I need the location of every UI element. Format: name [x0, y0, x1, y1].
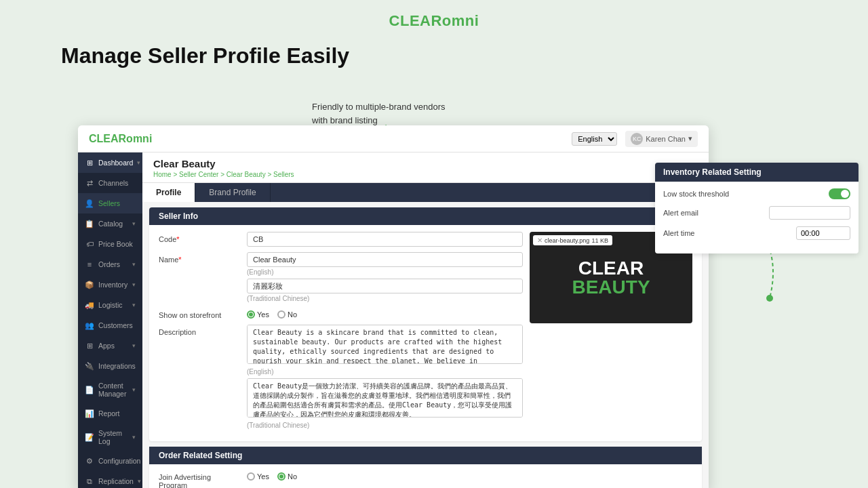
breadcrumb: Home > Seller Center > Clear Beauty > Se… — [153, 169, 698, 182]
storefront-radio-group: Yes No — [247, 308, 523, 319]
grid-icon: ⊞ — [85, 158, 94, 167]
code-label: Code* — [159, 232, 240, 243]
sidebar: ⊞ Dashboard ▾ ⇄ Channels 👤 Sellers 📋 Cat… — [78, 152, 142, 488]
alert-time-label: Alert time — [663, 229, 694, 237]
log-icon: 📝 — [85, 432, 94, 442]
advertising-field: Yes No — [247, 470, 692, 481]
advertising-row: Join Advertising Program Yes No — [159, 470, 692, 488]
sidebar-item-channels[interactable]: ⇄ Channels — [78, 173, 142, 193]
annotation-brand-listing: Friendly to multiple-brand vendors with … — [312, 100, 461, 127]
storefront-field: Yes No — [247, 308, 523, 319]
chevron-icon: ▾ — [132, 342, 136, 349]
sidebar-item-configuration[interactable]: ⚙ Configuration ▾ — [78, 451, 142, 471]
desc-textarea-en[interactable]: Clear Beauty is a skincare brand that is… — [247, 325, 523, 364]
advertising-yes-option[interactable]: Yes — [247, 472, 269, 481]
sidebar-item-system-log[interactable]: 📝 System Log ▾ — [78, 424, 142, 451]
radio-yes[interactable] — [247, 310, 255, 319]
sidebar-item-integrations[interactable]: 🔌 Integrations — [78, 356, 142, 376]
tab-profile[interactable]: Profile — [142, 183, 195, 202]
advertising-label: Join Advertising Program — [159, 470, 240, 488]
advertising-radio-group: Yes No — [247, 470, 692, 481]
main-content: Clear Beauty Home > Seller Center > Clea… — [142, 152, 709, 488]
storefront-yes-option[interactable]: Yes — [247, 310, 269, 319]
truck-icon: 🚚 — [85, 300, 94, 310]
image-close-icon[interactable]: ✕ — [537, 237, 542, 244]
name-input-cn[interactable] — [247, 279, 523, 293]
desc-row: Description Clear Beauty is a skincare b… — [159, 325, 523, 429]
app-logo: CLEARomni — [89, 133, 152, 145]
storefront-row: Show on storefront Yes — [159, 308, 523, 319]
sidebar-item-pricebook[interactable]: 🏷 Price Book — [78, 234, 142, 254]
sidebar-item-replication[interactable]: ⧉ Replication ▾ — [78, 471, 142, 488]
inventory-card: Inventory Related Setting Low stock thre… — [655, 163, 859, 253]
cb-clear-text: CLEAR — [572, 259, 650, 278]
alert-email-input[interactable] — [769, 206, 850, 220]
desc-textarea-cn[interactable]: Clear Beauty是一個致力於清潔、可持續美容的護膚品牌。我們的產品由最高… — [247, 378, 523, 418]
image-filename: clear-beauty.png — [545, 237, 589, 244]
logo-black: CLEARo — [389, 12, 452, 29]
name-hint-cn: (Traditional Chinese) — [247, 295, 523, 302]
alert-time-input[interactable] — [796, 226, 850, 240]
sidebar-item-inventory[interactable]: 📦 Inventory ▾ — [78, 274, 142, 295]
sidebar-item-customers[interactable]: 👥 Customers — [78, 315, 142, 336]
code-field — [247, 232, 523, 247]
sidebar-item-logistic[interactable]: 🚚 Logistic ▾ — [78, 295, 142, 315]
sidebar-item-orders[interactable]: ≡ Orders ▾ — [78, 254, 142, 274]
chart-icon: 📊 — [85, 409, 94, 418]
sidebar-item-content-manager[interactable]: 📄 Content Manager ▾ — [78, 376, 142, 403]
seller-info-section: Seller Info Code* — [149, 207, 702, 441]
name-input-en[interactable] — [247, 252, 523, 267]
cb-beauty-text: BEAUTY — [572, 278, 650, 297]
user-icon: 👤 — [85, 199, 94, 208]
name-hint-en: (English) — [247, 268, 523, 276]
chevron-icon: ▾ — [132, 261, 136, 268]
order-section: Order Related Setting Join Advertising P… — [149, 447, 702, 488]
app-body: ⊞ Dashboard ▾ ⇄ Channels 👤 Sellers 📋 Cat… — [78, 152, 709, 488]
cb-logo: CLEAR BEAUTY — [572, 259, 650, 297]
advertising-no-option[interactable]: No — [277, 472, 297, 481]
sidebar-item-report[interactable]: 📊 Report — [78, 403, 142, 424]
order-section-body: Join Advertising Program Yes No — [149, 464, 702, 488]
sidebar-item-dashboard[interactable]: ⊞ Dashboard ▾ — [78, 152, 142, 173]
app-logo-black: CLEARo — [89, 133, 133, 144]
page-title: Clear Beauty — [153, 158, 698, 169]
desc-label: Description — [159, 325, 240, 336]
tag-icon: 🏷 — [85, 239, 94, 249]
image-label: ✕ clear-beauty.png 11 KB — [533, 235, 612, 245]
inventory-card-header: Inventory Related Setting — [655, 163, 859, 182]
breadcrumb-area: Clear Beauty Home > Seller Center > Clea… — [142, 152, 709, 183]
user-avatar: KC — [631, 133, 643, 145]
user-badge[interactable]: KC Karen Chan ▾ — [625, 131, 698, 147]
logo-green: mni — [452, 12, 479, 29]
name-field: (English) (Traditional Chinese) — [247, 252, 523, 302]
seller-info-body: Code* Name* — [149, 225, 702, 441]
storefront-no-option[interactable]: No — [277, 310, 297, 319]
app-logo-green: mni — [133, 133, 152, 144]
chevron-icon: ▾ — [132, 220, 136, 227]
tab-brand-profile[interactable]: Brand Profile — [195, 183, 270, 202]
name-row: Name* (English) (Traditional Chinese) — [159, 252, 523, 302]
radio-no[interactable] — [277, 310, 285, 319]
radio-no-adv[interactable] — [277, 472, 285, 481]
app-header: CLEARomni English KC Karen Chan ▾ — [78, 125, 709, 152]
sidebar-item-catalog[interactable]: 📋 Catalog ▾ — [78, 214, 142, 234]
tabs-bar: Profile Brand Profile — [142, 183, 709, 202]
code-input[interactable] — [247, 232, 523, 247]
sidebar-item-apps[interactable]: ⊞ Apps ▾ — [78, 336, 142, 356]
svg-point-1 — [766, 295, 773, 302]
seller-info-header: Seller Info — [149, 207, 702, 225]
language-select[interactable]: English — [572, 132, 617, 146]
low-stock-label: Low stock threshold — [663, 190, 729, 198]
list-icon: ≡ — [85, 260, 94, 269]
box-icon: 📦 — [85, 280, 94, 289]
image-preview-section: ✕ clear-beauty.png 11 KB CLEAR BEAUTY — [530, 232, 692, 434]
radio-yes-adv[interactable] — [247, 472, 255, 481]
apps-icon: ⊞ — [85, 341, 94, 350]
top-logo: CLEARomni — [389, 12, 479, 29]
alert-time-row: Alert time — [663, 226, 850, 240]
book-icon: 📋 — [85, 219, 94, 228]
chevron-icon: ▾ — [132, 434, 136, 441]
copy-icon: ⧉ — [85, 476, 94, 486]
sidebar-item-sellers[interactable]: 👤 Sellers — [78, 193, 142, 214]
low-stock-toggle[interactable] — [829, 188, 850, 199]
